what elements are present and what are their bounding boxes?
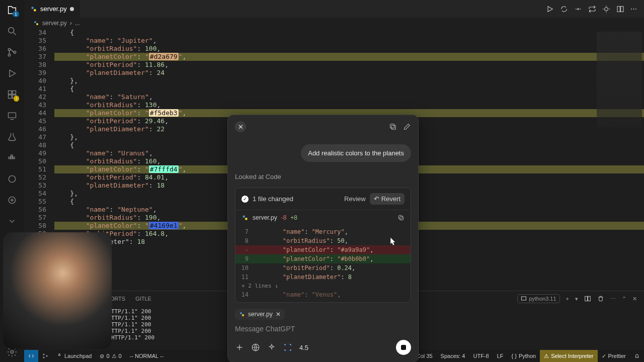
chevron-right-icon: › <box>70 20 72 27</box>
status-lang[interactable]: { } Python <box>508 350 540 362</box>
diff-line: 11 "planetDiameter": 8 <box>235 273 411 282</box>
close-icon[interactable]: ✕ <box>235 121 246 132</box>
code-line[interactable]: }, <box>54 77 644 85</box>
diff-line: 8 "orbitRadius": 50, <box>235 236 411 245</box>
review-button[interactable]: Review <box>344 195 366 203</box>
loop-icon[interactable] <box>588 5 596 13</box>
revert-button[interactable]: ↶ Revert <box>370 193 405 205</box>
svg-point-3 <box>14 51 16 53</box>
run-icon[interactable] <box>546 5 554 13</box>
copy-diff-icon[interactable] <box>397 214 405 221</box>
run-debug-icon[interactable] <box>6 67 18 79</box>
code-line[interactable]: "orbitRadius": 130, <box>54 101 644 109</box>
svg-point-13 <box>9 175 15 182</box>
chip-close-icon[interactable]: ✕ <box>276 311 281 318</box>
trash-icon[interactable] <box>597 295 604 302</box>
revert-icon: ↶ <box>374 195 379 203</box>
maximize-icon[interactable]: ⌃ <box>622 296 626 302</box>
status-spaces[interactable]: Spaces: 4 <box>437 350 469 362</box>
diff-fold[interactable]: × 2 lines ↓ <box>235 282 411 290</box>
more-icon[interactable]: ⋯ <box>610 296 616 302</box>
diff-line: 7 "name": "Mercury", <box>235 227 411 236</box>
split-icon[interactable] <box>616 5 624 13</box>
svg-point-28 <box>43 357 44 358</box>
svg-rect-24 <box>522 297 526 300</box>
remote-indicator[interactable] <box>24 350 38 362</box>
ai-panel: ✕ Add realistic colors to the planets Lo… <box>227 115 419 362</box>
explorer-badge: 1 <box>13 11 19 17</box>
extensions-icon[interactable]: ! <box>6 88 18 101</box>
tab-server-py[interactable]: server.py <box>24 0 80 18</box>
status-interpreter[interactable]: ⚠ Select Interpreter <box>540 350 597 362</box>
svg-rect-20 <box>617 6 620 12</box>
svg-point-22 <box>34 21 36 23</box>
ai-input[interactable]: Message ChatGPT <box>235 325 411 333</box>
status-prettier[interactable]: ✓ Prettier <box>598 350 630 362</box>
editor-actions: ⋯ <box>546 5 644 13</box>
code-line[interactable]: "name": "Saturn", <box>54 93 644 101</box>
testing-icon[interactable] <box>6 131 18 143</box>
sparkle-icon[interactable] <box>267 343 276 352</box>
svg-point-33 <box>245 218 248 220</box>
explorer-icon[interactable]: 1 <box>6 4 18 16</box>
copy-icon[interactable] <box>389 123 397 131</box>
edit-icon[interactable] <box>403 123 411 131</box>
svg-point-37 <box>242 314 244 316</box>
status-problems[interactable]: ⊘0 ⚠0 <box>96 350 125 362</box>
terminal-env-icon[interactable]: python3.11 <box>517 294 559 303</box>
stop-button[interactable] <box>396 340 411 355</box>
step-icon[interactable] <box>574 5 582 13</box>
target-icon[interactable] <box>283 343 292 352</box>
search-icon[interactable] <box>6 25 18 37</box>
svg-rect-10 <box>11 157 13 158</box>
code-line[interactable]: "orbitRadius": 100, <box>54 45 644 53</box>
terminal-add-icon[interactable]: + <box>566 296 569 302</box>
split-terminal-icon[interactable] <box>584 295 591 302</box>
svg-rect-6 <box>9 95 12 99</box>
ai-prompt: Add realistic colors to the planets <box>301 144 411 162</box>
breadcrumb[interactable]: server.py › ... <box>24 18 644 29</box>
docker-icon[interactable] <box>6 152 18 164</box>
status-bell-icon[interactable] <box>630 350 644 362</box>
panel-tab-gitle[interactable]: GITLE <box>135 296 151 302</box>
status-encoding[interactable]: UTF-8 <box>469 350 493 362</box>
misc-icon-2[interactable] <box>6 194 18 206</box>
code-line[interactable]: "planetDiameter": 24 <box>54 69 644 77</box>
code-line[interactable]: "orbitPeriod": 11.86, <box>54 61 644 69</box>
close-panel-icon[interactable]: ✕ <box>632 296 637 302</box>
svg-point-27 <box>43 354 44 355</box>
minimap[interactable] <box>597 32 642 127</box>
bug-icon[interactable] <box>602 5 610 13</box>
globe-icon[interactable] <box>251 343 260 352</box>
ai-file-changed: ✓ 1 file changed Review ↶ Revert server.… <box>235 188 411 303</box>
svg-point-29 <box>46 355 47 356</box>
model-label[interactable]: 4.5 <box>299 344 308 351</box>
svg-rect-26 <box>588 296 591 301</box>
code-line[interactable]: { <box>54 29 644 37</box>
more-icon[interactable]: ⋯ <box>630 5 637 13</box>
diff-line: 9 "planetColor": "#b0b0b0", <box>235 254 411 263</box>
code-line[interactable]: { <box>54 85 644 93</box>
code-line[interactable]: "planetColor": "#d2a679", <box>54 53 644 61</box>
plus-icon[interactable] <box>235 343 244 352</box>
mouse-cursor-icon <box>390 237 396 246</box>
status-sync[interactable] <box>38 350 52 362</box>
remote-icon[interactable] <box>6 110 18 122</box>
context-file-chip[interactable]: server.py ✕ <box>235 309 285 320</box>
code-line[interactable]: "name": "Jupiter", <box>54 37 644 45</box>
status-eol[interactable]: LF <box>493 350 508 362</box>
ai-looked: Looked at Code <box>235 173 411 180</box>
svg-rect-21 <box>621 6 623 12</box>
collapse-icon[interactable] <box>6 215 18 227</box>
svg-point-16 <box>31 7 34 9</box>
misc-icon-1[interactable] <box>6 173 18 185</box>
svg-point-2 <box>8 54 10 56</box>
svg-point-1 <box>8 48 10 50</box>
status-launchpad[interactable]: Launchpad <box>52 350 96 362</box>
source-control-icon[interactable] <box>6 46 18 58</box>
refresh-icon[interactable] <box>560 5 568 13</box>
vim-mode: -- NORMAL -- <box>126 350 168 362</box>
svg-point-32 <box>243 215 245 218</box>
chevron-down-icon[interactable]: ▾ <box>575 296 578 302</box>
svg-rect-35 <box>398 215 402 219</box>
